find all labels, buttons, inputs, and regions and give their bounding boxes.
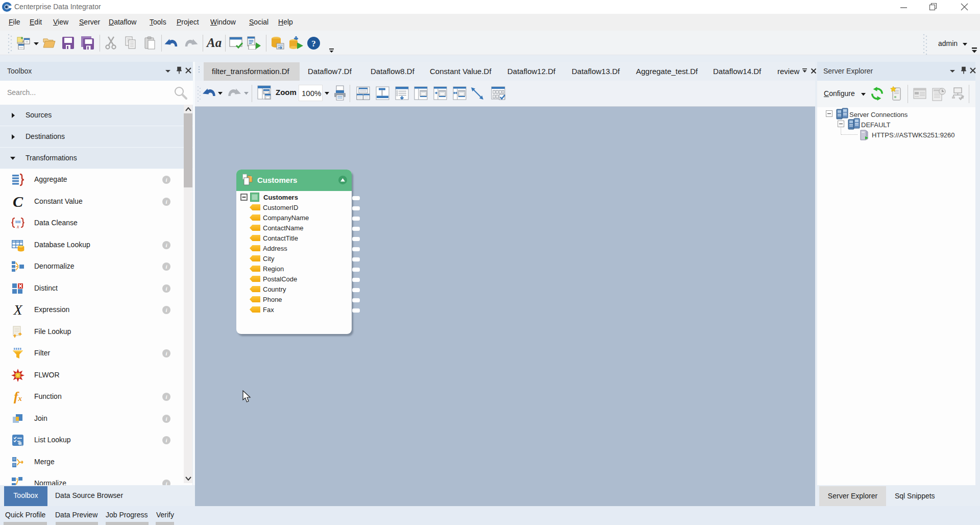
svg-text:x: x xyxy=(16,224,19,229)
svg-text:?: ? xyxy=(311,39,316,49)
